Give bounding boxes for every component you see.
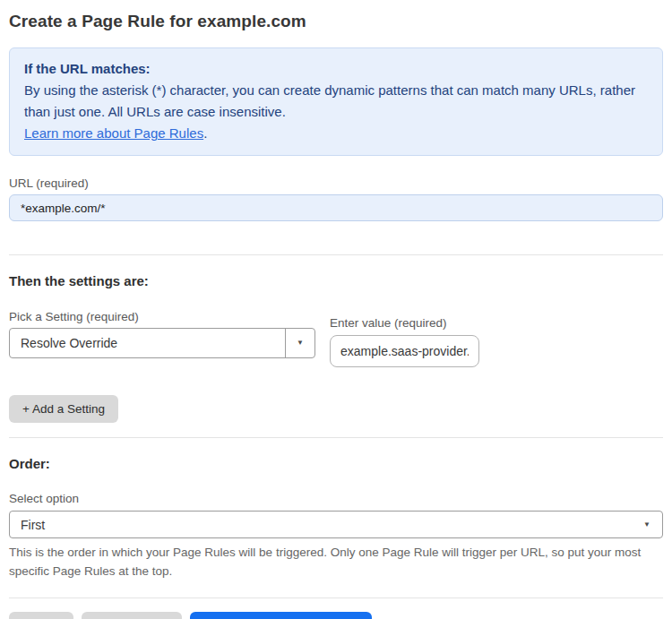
save-and-deploy-button[interactable]: Save and Deploy Page Rule	[190, 612, 373, 619]
setting-value-input[interactable]	[330, 335, 479, 367]
order-select-dropdown[interactable]: First ▼	[9, 511, 663, 538]
settings-row: Pick a Setting (required) Resolve Overri…	[9, 310, 663, 367]
page-title: Create a Page Rule for example.com	[9, 12, 663, 31]
page-rule-form: Create a Page Rule for example.com If th…	[0, 12, 672, 619]
setting-picker-column: Pick a Setting (required) Resolve Overri…	[9, 310, 315, 367]
order-selected-value: First	[10, 518, 643, 532]
order-help-text: This is the order in which your Page Rul…	[9, 543, 663, 580]
setting-picker-dropdown[interactable]: Resolve Override ▼	[9, 328, 315, 358]
form-actions: Cancel Save as Draft Save and Deploy Pag…	[9, 612, 663, 619]
url-input[interactable]	[9, 194, 663, 221]
url-match-info-box: If the URL matches: By using the asteris…	[9, 47, 663, 156]
link-suffix: .	[203, 125, 207, 141]
info-box-link-line: Learn more about Page Rules.	[24, 123, 648, 144]
order-section-heading: Order:	[9, 456, 663, 471]
learn-more-link[interactable]: Learn more about Page Rules	[24, 125, 203, 141]
setting-picker-selected-value: Resolve Override	[10, 336, 285, 350]
chevron-down-icon: ▼	[297, 340, 304, 347]
divider	[9, 254, 663, 255]
value-field-label: Enter value (required)	[330, 316, 479, 330]
save-as-draft-button[interactable]: Save as Draft	[82, 612, 182, 619]
info-box-heading: If the URL matches:	[24, 58, 648, 80]
setting-picker-label: Pick a Setting (required)	[9, 310, 315, 323]
divider	[9, 437, 663, 438]
order-select-label: Select option	[9, 492, 663, 505]
divider	[9, 598, 663, 598]
chevron-down-icon: ▼	[643, 521, 650, 529]
cancel-button[interactable]: Cancel	[9, 612, 73, 619]
add-setting-button[interactable]: + Add a Setting	[9, 395, 118, 423]
url-field-label: URL (required)	[9, 176, 663, 190]
settings-section-heading: Then the settings are:	[9, 273, 663, 288]
setting-picker-arrow-box: ▼	[285, 329, 314, 357]
info-box-body: By using the asterisk (*) character, you…	[24, 80, 648, 123]
value-field-column: Enter value (required)	[330, 316, 479, 367]
